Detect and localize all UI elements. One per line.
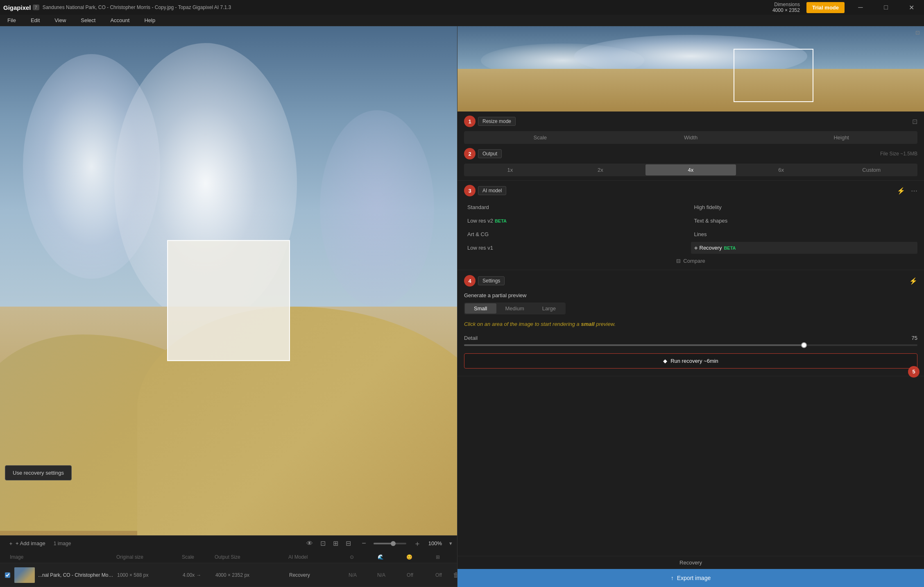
hint-text: Click on an area of the image to start r… <box>464 320 917 328</box>
detail-slider[interactable] <box>464 344 917 346</box>
cloud3 <box>320 110 434 307</box>
zoom-handle[interactable] <box>374 543 406 544</box>
output-row: 2 Output File Size ~1.5MB <box>464 148 917 159</box>
side-by-side-icon[interactable]: ⊟ <box>346 539 351 547</box>
split-view-icon[interactable]: ⊞ <box>333 539 338 547</box>
thumbnail-selector[interactable] <box>734 49 813 102</box>
menu-view[interactable]: View <box>50 16 70 25</box>
prev-tab-large[interactable]: Large <box>533 303 565 314</box>
th-col3: 😊 <box>395 554 424 560</box>
compare-label: Compare <box>683 258 705 264</box>
resize-mode-button[interactable]: Resize mode <box>478 117 516 126</box>
th-col1: ⊙ <box>337 554 366 560</box>
add-image-button[interactable]: ＋ + Add image <box>5 538 49 549</box>
row-col3: Off <box>396 572 424 578</box>
settings-lightning-icon[interactable]: ⚡ <box>909 277 917 285</box>
dimensions-area: Dimensions 4000 × 2352 <box>772 2 800 13</box>
dimensions-label: Dimensions <box>772 2 800 7</box>
preview-label: Generate a partial preview <box>464 292 917 298</box>
detail-slider-thumb[interactable] <box>801 342 807 348</box>
zoom-dropdown-icon[interactable]: ▾ <box>449 540 452 546</box>
canvas-area[interactable]: Use recovery settings ＋ + Add image 1 im… <box>0 26 457 587</box>
row-ai-model: Recovery <box>289 572 338 578</box>
titlebar: Gigapixel 7 Sandunes National Park, CO -… <box>0 0 924 15</box>
th-col2: 🌊 <box>366 554 395 560</box>
prev-tab-medium[interactable]: Medium <box>496 303 533 314</box>
compare-row: ⊟ Compare <box>464 254 917 266</box>
use-recovery-button[interactable]: Use recovery settings <box>5 465 72 480</box>
compare-icon: ⊟ <box>676 258 681 264</box>
settings-section: 4 Settings ⚡ Generate a partial preview … <box>457 270 924 376</box>
row-delete-button[interactable]: 🗑 <box>453 571 457 579</box>
row-filename: ...nal Park, CO - Christopher Morris - C… <box>38 572 114 578</box>
close-button[interactable]: ✕ <box>902 0 921 15</box>
menu-edit[interactable]: Edit <box>27 16 44 25</box>
eye-icon[interactable]: 👁 <box>306 540 313 547</box>
tab-scale[interactable]: Scale <box>465 132 616 143</box>
ai-lightning-icon[interactable]: ⚡ <box>897 187 905 195</box>
app-version: 7 <box>33 5 39 10</box>
ai-art-cg[interactable]: Art & CG <box>464 228 691 240</box>
detail-label: Detail <box>464 335 478 341</box>
annotation-3: 3 <box>464 185 476 196</box>
run-recovery-label: Run recovery ~6min <box>670 358 718 364</box>
prev-tab-small[interactable]: Small <box>465 303 496 314</box>
ai-low-res-v2[interactable]: Low res v2 BETA <box>464 215 691 227</box>
plus-icon[interactable]: ＋ <box>414 539 421 548</box>
detail-value: 75 <box>912 335 917 341</box>
detail-row: Detail 75 <box>464 335 917 341</box>
file-title: Sandunes National Park, CO - Christopher… <box>43 5 231 10</box>
annotation-2: 2 <box>464 148 476 159</box>
scale-4x[interactable]: 4x <box>645 164 736 175</box>
panel-scrollable: 1 Resize mode ⊡ Scale Width Height 2 Out… <box>457 111 924 556</box>
minus-icon[interactable]: − <box>362 539 366 548</box>
crop-view-icon[interactable]: ⊡ <box>320 539 326 547</box>
tab-width[interactable]: Width <box>616 132 766 143</box>
ai-high-fidelity[interactable]: High fidelity <box>691 201 918 213</box>
ai-text-shapes[interactable]: Text & shapes <box>691 215 918 227</box>
run-recovery-button[interactable]: ◆ Run recovery ~6min <box>464 353 917 369</box>
trial-mode-button[interactable]: Trial mode <box>806 2 845 13</box>
ai-model-button[interactable]: AI model <box>478 186 506 195</box>
maximize-button[interactable]: □ <box>876 0 895 15</box>
output-button[interactable]: Output <box>478 149 502 158</box>
zoom-value: 100% <box>428 540 442 546</box>
menu-account[interactable]: Account <box>106 16 134 25</box>
export-button[interactable]: ↑ Export image <box>457 569 924 587</box>
annotation-4: 4 <box>464 275 476 287</box>
ai-more-icon[interactable]: ⋯ <box>911 187 917 195</box>
scale-custom[interactable]: Custom <box>826 164 917 175</box>
ai-lines[interactable]: Lines <box>691 228 918 240</box>
th-ai-model: AI Model <box>288 554 337 560</box>
minimize-button[interactable]: ─ <box>851 0 870 15</box>
preview-size-tabs: Small Medium Large <box>464 303 566 314</box>
recovery-bottom-label: Recovery <box>457 556 924 569</box>
ai-low-res-v1[interactable]: Low res v1 <box>464 242 691 254</box>
annotation-5: 5 <box>908 366 919 378</box>
resize-icon[interactable]: ⊡ <box>912 118 917 125</box>
scale-2x[interactable]: 2x <box>555 164 646 175</box>
menubar: File Edit View Select Account Help <box>0 15 924 26</box>
scale-6x[interactable]: 6x <box>736 164 827 175</box>
row-thumbnail <box>14 567 35 583</box>
row-scale: 4.00x → <box>183 572 215 578</box>
ai-recovery[interactable]: ◆ Recovery BETA <box>691 242 918 254</box>
settings-button[interactable]: Settings <box>478 276 505 285</box>
scale-1x[interactable]: 1x <box>465 164 555 175</box>
ai-standard[interactable]: Standard <box>464 201 691 213</box>
scale-options: 1x 2x 4x 6x Custom <box>464 164 917 176</box>
toolbar-right: 👁 ⊡ ⊞ ⊟ − ＋ 100% ▾ <box>306 539 452 548</box>
row-checkbox[interactable] <box>5 572 10 578</box>
topbar-right: Dimensions 4000 × 2352 Trial mode ─ □ ✕ <box>772 0 924 15</box>
compare-button[interactable]: ⊟ Compare <box>676 258 705 264</box>
tab-height[interactable]: Height <box>766 132 917 143</box>
row-original-size: 1000 × 588 px <box>117 572 183 578</box>
menu-file[interactable]: File <box>3 16 20 25</box>
menu-help[interactable]: Help <box>140 16 159 25</box>
thumbnail-crop-icon[interactable]: ⊡ <box>915 30 920 36</box>
row-col2: N/A <box>367 572 396 578</box>
menu-select[interactable]: Select <box>77 16 100 25</box>
image-toolbar: ＋ + Add image 1 image 👁 ⊡ ⊞ ⊟ − ＋ 100% <box>0 535 457 551</box>
preview-selection-box[interactable] <box>167 240 290 361</box>
th-original-size: Original size <box>116 554 182 560</box>
